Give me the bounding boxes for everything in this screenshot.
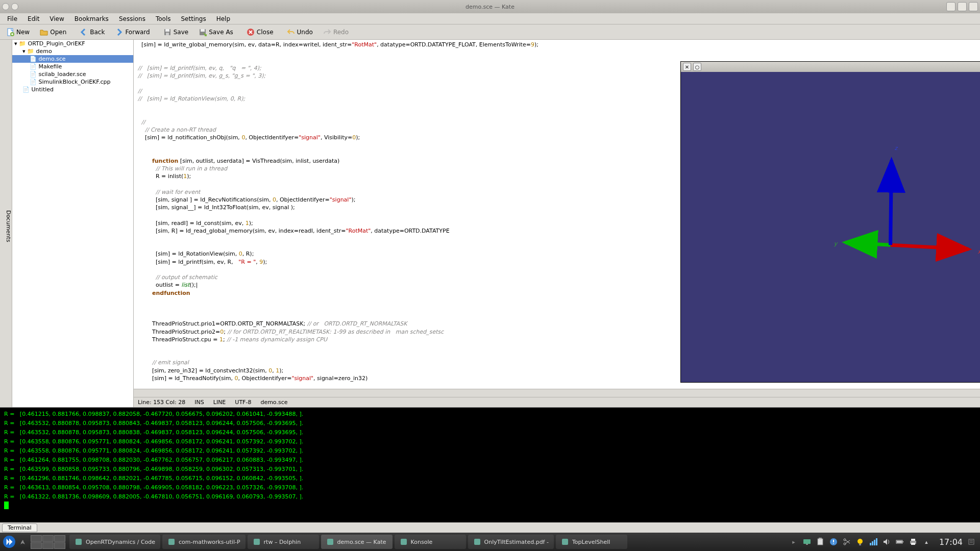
minimize-button[interactable] [946, 2, 955, 11]
taskbar-task[interactable]: OpenRTDynamics / Code [69, 535, 160, 549]
tree-item[interactable]: 📄 Makefile [12, 63, 133, 70]
svg-rect-27 [859, 544, 861, 545]
menu-bookmarks[interactable]: Bookmarks [70, 14, 113, 23]
status-encoding[interactable]: UTF-8 [235, 399, 251, 406]
menu-sessions[interactable]: Sessions [115, 14, 150, 23]
maximize-button[interactable] [958, 2, 967, 11]
taskbar-task[interactable]: TopLevelShell [556, 535, 627, 549]
horizontal-scrollbar[interactable] [134, 389, 980, 397]
window-pin-button[interactable] [11, 3, 18, 10]
tree-item[interactable]: 📄 SimulinkBlock_OriEKF.cpp [12, 78, 133, 86]
viewer-titlebar[interactable]: ✕ ○ – □ ✕ [681, 62, 980, 72]
svg-rect-18 [562, 539, 568, 545]
close-button-tool[interactable]: Close [242, 26, 278, 38]
svg-rect-15 [327, 539, 333, 545]
terminal-tabbar: Terminal [0, 522, 980, 533]
tree-item[interactable]: 📄 Untitled [12, 86, 133, 93]
menu-settings[interactable]: Settings [177, 14, 210, 23]
taskbar-task[interactable]: com-mathworks-util-P [162, 535, 246, 549]
viewer-pin-icon[interactable]: ○ [693, 63, 701, 71]
back-button[interactable]: Back [76, 26, 109, 38]
svg-line-10 [891, 160, 892, 245]
status-position: Line: 153 Col: 28 [138, 399, 185, 406]
svg-rect-28 [870, 543, 871, 545]
svg-rect-22 [819, 538, 822, 539]
save-as-button[interactable]: Save As [194, 26, 237, 38]
document-tree[interactable]: ▾ 📁 ORTD_Plugin_OriEKF ▾ 📁 demo📄 demo.sc… [12, 40, 134, 407]
svg-rect-6 [201, 29, 205, 32]
terminal-tab[interactable]: Terminal [2, 523, 37, 532]
chevron-up-icon[interactable]: ▴ [922, 537, 931, 546]
scissors-icon[interactable] [842, 537, 851, 546]
taskbar-task[interactable]: OnlyTiltEstimated.pdf - [468, 535, 554, 549]
menu-edit[interactable]: Edit [23, 14, 43, 23]
status-insert-mode[interactable]: INS [194, 399, 204, 406]
menu-file[interactable]: File [3, 14, 21, 23]
window-menu-button[interactable] [2, 3, 9, 10]
kde-taskbar: ⮝ OpenRTDynamics / Codecom-mathworks-uti… [0, 533, 980, 551]
svg-point-26 [857, 539, 863, 544]
save-button[interactable]: Save [159, 26, 192, 38]
clipboard-icon[interactable] [816, 537, 825, 546]
undo-button[interactable]: Undo [283, 26, 317, 38]
updates-icon[interactable] [829, 537, 838, 546]
open-button[interactable]: Open [36, 26, 70, 38]
terminal-output[interactable]: R = [0.461215, 0.881766, 0.098837, 0.882… [0, 408, 980, 522]
svg-rect-21 [818, 539, 823, 545]
tree-item[interactable]: 📄 scilab_loader.sce [12, 70, 133, 78]
taskbar-task[interactable]: demo.sce — Kate [321, 535, 393, 549]
axis-x-label: x [978, 248, 980, 255]
systray-expand-icon[interactable]: ⮝ [18, 537, 28, 546]
taskbar-task[interactable]: rtw – Dolphin [248, 535, 319, 549]
tray-expand-icon[interactable]: ▸ [789, 537, 798, 546]
menu-tools[interactable]: Tools [152, 14, 175, 23]
viewer-close-icon[interactable]: ✕ [683, 63, 691, 71]
svg-line-8 [891, 245, 969, 249]
menu-view[interactable]: View [45, 14, 68, 23]
tree-root[interactable]: ▾ 📁 ORTD_Plugin_OriEKF [12, 40, 133, 47]
svg-rect-13 [168, 539, 175, 545]
svg-rect-16 [401, 539, 407, 545]
svg-rect-34 [897, 541, 902, 543]
svg-rect-33 [902, 541, 903, 542]
status-filename: demo.sce [260, 399, 287, 406]
battery-icon[interactable] [895, 537, 904, 546]
kickoff-launcher[interactable] [0, 533, 18, 551]
network-icon[interactable] [869, 537, 878, 546]
bulb-icon[interactable] [855, 537, 865, 546]
status-bar: Line: 153 Col: 28 INS LINE UTF-8 demo.sc… [134, 397, 980, 407]
tree-item[interactable]: ▾ 📁 demo [12, 47, 133, 55]
svg-rect-19 [803, 539, 811, 544]
rotation-view-window[interactable]: ✕ ○ – □ ✕ [680, 61, 980, 383]
axis-z-label: z [895, 145, 898, 152]
axis-y-label: y [834, 240, 838, 247]
svg-rect-3 [165, 29, 169, 32]
window-title: demo.sce — Kate [465, 4, 514, 10]
notifications-icon[interactable] [967, 537, 976, 546]
status-line-ending[interactable]: LINE [213, 399, 226, 406]
svg-point-24 [844, 539, 846, 541]
printer-icon[interactable] [909, 537, 918, 546]
svg-rect-17 [474, 539, 480, 545]
svg-rect-4 [166, 33, 169, 35]
system-tray: ▸ ▴ 17:04 [789, 537, 980, 547]
sidebar-documents-tab[interactable]: Documents [0, 40, 12, 407]
taskbar-task[interactable]: Konsole [395, 535, 466, 549]
svg-rect-38 [969, 539, 974, 544]
svg-rect-30 [874, 540, 875, 545]
menu-help[interactable]: Help [212, 14, 234, 23]
svg-rect-12 [76, 539, 82, 545]
pager[interactable] [31, 535, 65, 549]
menu-bar: File Edit View Bookmarks Sessions Tools … [0, 13, 980, 24]
display-icon[interactable] [802, 537, 812, 546]
window-titlebar: demo.sce — Kate [0, 0, 980, 13]
viewer-canvas[interactable]: x y z [681, 72, 980, 382]
redo-button[interactable]: Redo [319, 26, 353, 38]
clock[interactable]: 17:04 [939, 537, 963, 547]
close-button[interactable] [969, 2, 978, 11]
volume-icon[interactable] [882, 537, 891, 546]
new-button[interactable]: New [2, 26, 34, 38]
svg-point-25 [844, 543, 846, 545]
tree-item[interactable]: 📄 demo.sce [12, 55, 133, 63]
forward-button[interactable]: Forward [111, 26, 154, 38]
